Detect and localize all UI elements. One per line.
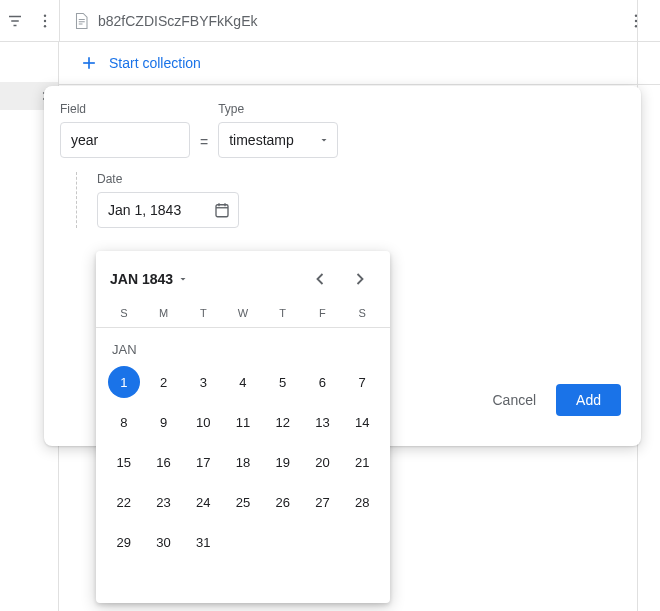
calendar-day[interactable]: 13 [306,406,338,438]
calendar-day[interactable]: 23 [148,486,180,518]
calendar-day[interactable]: 26 [267,486,299,518]
calendar-day[interactable]: 3 [187,366,219,398]
document-icon [72,12,90,30]
chevron-down-icon [177,273,189,285]
calendar-day[interactable]: 18 [227,446,259,478]
more-vert-icon[interactable] [33,9,57,33]
svg-point-3 [43,14,45,16]
topbar: b82fCZDISczFBYFkKgEk [0,0,660,42]
calendar-day[interactable]: 31 [187,526,219,558]
cancel-button[interactable]: Cancel [492,392,536,408]
calendar-day[interactable]: 28 [346,486,378,518]
datepicker-popup: JAN 1843 SMTWTFS JAN 1234567891011121314… [96,251,390,603]
svg-point-4 [43,19,45,21]
type-select[interactable] [218,122,338,158]
calendar-month-year-button[interactable]: JAN 1843 [110,271,189,287]
field-block: Field [60,102,190,158]
calendar-day[interactable]: 1 [108,366,140,398]
start-collection-label: Start collection [109,55,201,71]
field-label: Field [60,102,190,116]
type-block: Type [218,102,338,158]
calendar-day[interactable]: 12 [267,406,299,438]
calendar-day[interactable]: 16 [148,446,180,478]
weekday-label: W [223,307,263,319]
calendar-day[interactable]: 24 [187,486,219,518]
date-block: Date [97,172,625,228]
next-month-button[interactable] [344,263,376,295]
prev-month-button[interactable] [304,263,336,295]
svg-point-5 [43,25,45,27]
calendar-day[interactable]: 30 [148,526,180,558]
weekday-label: T [263,307,303,319]
calendar-day[interactable]: 27 [306,486,338,518]
calendar-day[interactable]: 17 [187,446,219,478]
calendar-day[interactable]: 4 [227,366,259,398]
calendar-day[interactable]: 11 [227,406,259,438]
type-label: Type [218,102,338,116]
calendar-day[interactable]: 22 [108,486,140,518]
date-input[interactable] [97,192,239,228]
start-collection-button[interactable]: Start collection [75,42,644,84]
calendar-day[interactable]: 8 [108,406,140,438]
weekday-label: F [303,307,343,319]
calendar-day[interactable]: 20 [306,446,338,478]
calendar-title: JAN 1843 [110,271,173,287]
add-button[interactable]: Add [556,384,621,416]
calendar-day[interactable]: 9 [148,406,180,438]
calendar-day[interactable]: 6 [306,366,338,398]
doc-more-vert-icon[interactable] [624,9,648,33]
calendar-grid: 1234567891011121314151617181920212223242… [96,361,390,567]
calendar-day[interactable]: 19 [267,446,299,478]
calendar-weekdays: SMTWTFS [96,307,390,328]
divider [59,84,660,85]
topbar-left [0,9,59,33]
calendar-day[interactable]: 25 [227,486,259,518]
calendar-day[interactable]: 10 [187,406,219,438]
calendar-day[interactable]: 21 [346,446,378,478]
doc-area: b82fCZDISczFBYFkKgEk [59,0,660,41]
weekday-label: M [144,307,184,319]
calendar-day[interactable]: 15 [108,446,140,478]
date-label: Date [97,172,625,186]
document-id: b82fCZDISczFBYFkKgEk [98,13,258,29]
calendar-month-label: JAN [96,328,390,361]
calendar-day[interactable]: 29 [108,526,140,558]
weekday-label: T [183,307,223,319]
calendar-day[interactable]: 7 [346,366,378,398]
calendar-day[interactable]: 14 [346,406,378,438]
filter-icon[interactable] [3,9,27,33]
field-name-input[interactable] [60,122,190,158]
equals-sign: = [200,134,208,158]
weekday-label: S [342,307,382,319]
calendar-day[interactable]: 2 [148,366,180,398]
calendar-day[interactable]: 5 [267,366,299,398]
weekday-label: S [104,307,144,319]
